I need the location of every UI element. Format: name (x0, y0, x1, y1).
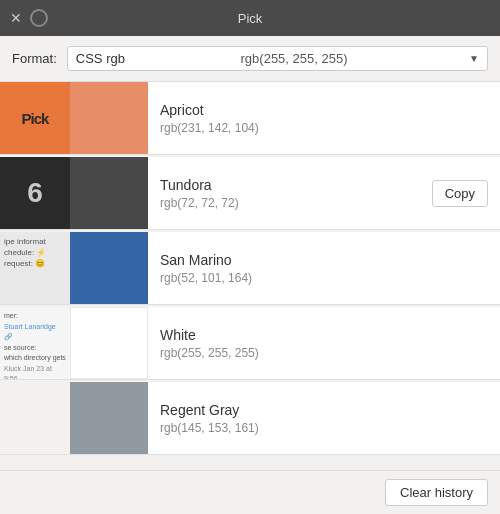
regent-gray-name: Regent Gray (160, 402, 488, 418)
thumb-line3: request: 😊 (4, 258, 66, 269)
close-button[interactable]: ✕ (8, 10, 24, 26)
thumb-line1: ipe informat (4, 236, 66, 247)
regent-gray-thumbnails (0, 382, 148, 454)
tundora-value: rgb(72, 72, 72) (160, 196, 420, 210)
text-thumb: ipe informat chedule: ⚡ request: 😊 (0, 232, 70, 304)
pick-text: Pick (22, 110, 49, 127)
san-marino-info: San Marino rgb(52, 101, 164) (148, 244, 500, 293)
web-line4: which directory gets (4, 353, 66, 364)
color-list: Pick Apricot rgb(231, 142, 104) 6 Tundor… (0, 82, 500, 470)
main-panel: Format: CSS rgb rgb(255, 255, 255) ▼ Pic… (0, 36, 500, 514)
san-marino-name: San Marino (160, 252, 488, 268)
san-marino-value: rgb(52, 101, 164) (160, 271, 488, 285)
tundora-name: Tundora (160, 177, 420, 193)
color-item-regent-gray[interactable]: Regent Gray rgb(145, 153, 161) (0, 382, 500, 455)
white-swatch-large (70, 307, 148, 379)
web-thumb: mer: Stuart Lanaridge 🔗 se source: which… (0, 307, 70, 379)
apricot-value: rgb(231, 142, 104) (160, 121, 488, 135)
thumb-line2: chedule: ⚡ (4, 247, 66, 258)
chevron-down-icon: ▼ (469, 53, 479, 64)
window-title: Pick (48, 11, 452, 26)
pick-thumb: Pick (0, 82, 70, 154)
regent-gray-value: rgb(145, 153, 161) (160, 421, 488, 435)
apricot-swatch-large (70, 82, 148, 154)
format-select-text: CSS rgb (76, 51, 125, 66)
format-label: Format: (12, 51, 57, 66)
clear-history-button[interactable]: Clear history (385, 479, 488, 506)
regent-gray-swatch-large (70, 382, 148, 454)
san-marino-thumbnails: ipe informat chedule: ⚡ request: 😊 (0, 232, 148, 304)
color-item-apricot[interactable]: Pick Apricot rgb(231, 142, 104) (0, 82, 500, 155)
copy-button[interactable]: Copy (432, 180, 488, 207)
color-item-white[interactable]: mer: Stuart Lanaridge 🔗 se source: which… (0, 307, 500, 380)
white-thumbnails: mer: Stuart Lanaridge 🔗 se source: which… (0, 307, 148, 379)
spinner-icon (30, 9, 48, 27)
regent-gray-info: Regent Gray rgb(145, 153, 161) (148, 394, 500, 443)
color-item-tundora[interactable]: 6 Tundora rgb(72, 72, 72) Copy (0, 157, 500, 230)
titlebar: ✕ Pick (0, 0, 500, 36)
format-current-value: rgb(255, 255, 255) (241, 51, 348, 66)
regent-gray-thumb-left (0, 382, 70, 454)
web-line2: Stuart Lanaridge 🔗 (4, 322, 66, 343)
tundora-info: Tundora rgb(72, 72, 72) (148, 169, 432, 218)
format-select[interactable]: CSS rgb rgb(255, 255, 255) ▼ (67, 46, 488, 71)
web-line1: mer: (4, 311, 66, 322)
footer: Clear history (0, 470, 500, 514)
apricot-thumbnails: Pick (0, 82, 148, 154)
white-value: rgb(255, 255, 255) (160, 346, 488, 360)
apricot-info: Apricot rgb(231, 142, 104) (148, 94, 500, 143)
color-item-san-marino[interactable]: ipe informat chedule: ⚡ request: 😊 San M… (0, 232, 500, 305)
thumb-number: 6 (27, 177, 43, 209)
format-row: Format: CSS rgb rgb(255, 255, 255) ▼ (0, 36, 500, 82)
apricot-name: Apricot (160, 102, 488, 118)
web-line3: se source: (4, 343, 66, 354)
web-line5: Kluck Jan 23 at 9:56 (4, 364, 66, 380)
tundora-thumbnails: 6 (0, 157, 148, 229)
san-marino-swatch-large (70, 232, 148, 304)
white-name: White (160, 327, 488, 343)
white-info: White rgb(255, 255, 255) (148, 319, 500, 368)
tundora-swatch-large (70, 157, 148, 229)
number-thumb: 6 (0, 157, 70, 229)
